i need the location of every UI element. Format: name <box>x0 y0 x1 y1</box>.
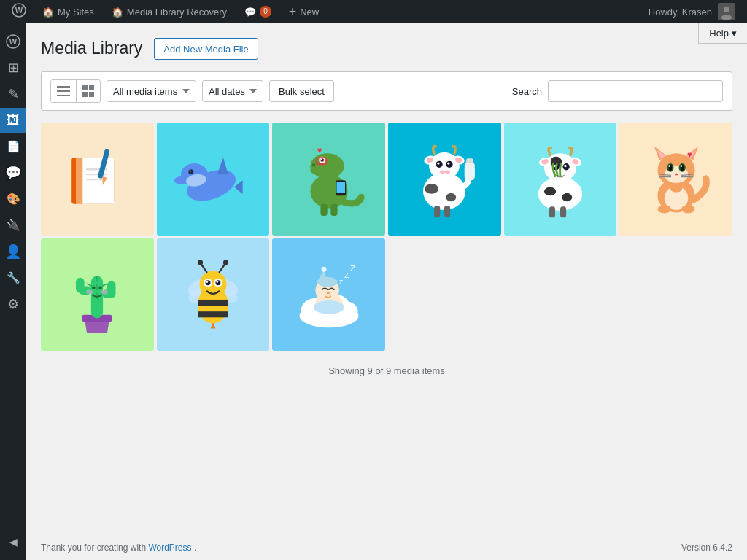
sidebar-item-appearance[interactable]: 🎨 <box>0 187 26 211</box>
svg-point-148 <box>321 267 326 272</box>
svg-point-3 <box>721 15 732 20</box>
svg-rect-15 <box>76 158 82 204</box>
media-item[interactable] <box>157 238 270 351</box>
svg-rect-38 <box>316 158 326 164</box>
svg-rect-42 <box>320 204 327 216</box>
wordpress-link[interactable]: WordPress <box>148 542 191 553</box>
list-view-button[interactable] <box>51 80 76 102</box>
site-name-menu[interactable]: 🏠 Media Library Recovery <box>104 0 234 23</box>
admin-bar: W 🏠 My Sites 🏠 Media Library Recovery 💬 … <box>0 0 747 23</box>
svg-rect-61 <box>466 158 473 163</box>
add-new-media-button[interactable]: Add New Media File <box>154 38 258 60</box>
svg-point-138 <box>223 260 228 265</box>
svg-line-135 <box>201 264 207 273</box>
svg-point-58 <box>441 171 446 174</box>
sidebar-wp-logo[interactable]: W <box>0 29 26 54</box>
my-sites-menu[interactable]: 🏠 My Sites <box>35 0 101 23</box>
view-toggle <box>50 79 101 103</box>
sidebar: W ⊞ ✎ 🖼 📄 💬 🎨 🔌 👤 🔧 ⚙ ◀ <box>0 23 26 560</box>
svg-point-24 <box>188 170 193 175</box>
svg-text:♥: ♥ <box>317 146 322 155</box>
svg-point-119 <box>101 290 108 295</box>
svg-text:z: z <box>350 261 356 273</box>
svg-point-134 <box>216 281 218 283</box>
media-item[interactable] <box>157 122 270 236</box>
svg-text:W: W <box>9 37 18 46</box>
svg-point-59 <box>445 171 450 174</box>
sidebar-item-settings[interactable]: ⚙ <box>0 292 26 316</box>
page-header: Media Library Add New Media File <box>41 38 732 60</box>
svg-rect-43 <box>330 204 337 216</box>
adminbar-right: Howdy, Krasen <box>649 3 741 20</box>
svg-marker-27 <box>234 181 243 195</box>
svg-rect-64 <box>444 206 450 217</box>
svg-rect-18 <box>86 179 103 180</box>
wp-logo[interactable]: W <box>6 3 32 21</box>
svg-point-102 <box>657 205 671 214</box>
svg-point-46 <box>425 184 439 194</box>
comments-menu[interactable]: 💬 0 <box>237 0 279 23</box>
svg-rect-108 <box>76 278 85 293</box>
avatar[interactable] <box>718 3 735 20</box>
sidebar-item-media[interactable]: 🖼 <box>0 108 26 133</box>
media-item[interactable]: ♥ <box>272 122 385 236</box>
svg-rect-9 <box>82 85 88 90</box>
grid-view-button[interactable] <box>76 80 100 102</box>
footer-version: Version 6.4.2 <box>681 542 732 553</box>
svg-rect-17 <box>86 174 107 175</box>
bulk-select-button[interactable]: Bulk select <box>269 80 334 102</box>
svg-point-25 <box>190 171 191 172</box>
media-item[interactable]: z z z <box>272 238 385 351</box>
svg-rect-8 <box>57 95 70 96</box>
svg-rect-63 <box>434 206 440 217</box>
filter-media-type[interactable]: All media items Images Audio Video Docum… <box>107 80 196 102</box>
search-input[interactable] <box>548 80 723 102</box>
main-content: Media Library Add New Media File <box>26 23 747 560</box>
sidebar-item-users[interactable]: 👤 <box>0 239 26 264</box>
chevron-down-icon: ▾ <box>732 28 737 39</box>
sidebar-item-posts[interactable]: ✎ <box>0 82 26 106</box>
search-label: Search <box>512 86 542 97</box>
media-item[interactable] <box>41 122 154 236</box>
footer: Thank you for creating with WordPress . … <box>26 534 747 560</box>
media-item[interactable] <box>504 122 617 236</box>
svg-rect-41 <box>336 182 345 193</box>
svg-text:z: z <box>344 269 349 280</box>
filter-dates[interactable]: All dates <box>202 80 263 102</box>
svg-point-33 <box>311 163 315 167</box>
svg-rect-110 <box>107 281 116 296</box>
comments-icon: 💬 <box>244 7 256 18</box>
svg-point-131 <box>206 280 211 285</box>
svg-point-150 <box>314 300 344 314</box>
svg-point-57 <box>447 163 449 165</box>
sidebar-item-comments[interactable]: 💬 <box>0 160 26 185</box>
svg-marker-26 <box>217 158 228 174</box>
sidebar-item-plugins[interactable]: 🔌 <box>0 213 26 238</box>
svg-point-67 <box>562 193 572 202</box>
new-content-menu[interactable]: + New <box>282 0 327 23</box>
svg-text:W: W <box>15 6 23 15</box>
svg-rect-6 <box>57 86 70 88</box>
svg-point-118 <box>86 290 93 295</box>
svg-text:♥: ♥ <box>687 149 692 159</box>
showing-count: Showing 9 of 9 media items <box>41 365 732 376</box>
sidebar-item-tools[interactable]: 🔧 <box>0 265 26 290</box>
svg-rect-80 <box>560 207 566 218</box>
svg-point-78 <box>564 165 566 167</box>
svg-rect-79 <box>549 207 555 218</box>
sidebar-item-pages[interactable]: 📄 <box>0 134 26 159</box>
media-item[interactable] <box>388 122 501 236</box>
svg-rect-12 <box>89 92 94 97</box>
user-greeting[interactable]: Howdy, Krasen <box>649 7 712 18</box>
media-item[interactable] <box>41 238 154 351</box>
svg-rect-62 <box>465 168 475 177</box>
help-button[interactable]: Help ▾ <box>698 23 747 44</box>
svg-marker-139 <box>211 322 216 328</box>
svg-point-94 <box>668 166 670 168</box>
plus-icon: + <box>289 4 297 20</box>
svg-point-95 <box>680 166 682 168</box>
sidebar-collapse-button[interactable]: ◀ <box>0 529 26 554</box>
sidebar-item-dashboard[interactable]: ⊞ <box>0 55 26 80</box>
media-item[interactable]: ♥ <box>619 122 732 236</box>
svg-marker-147 <box>317 269 327 281</box>
